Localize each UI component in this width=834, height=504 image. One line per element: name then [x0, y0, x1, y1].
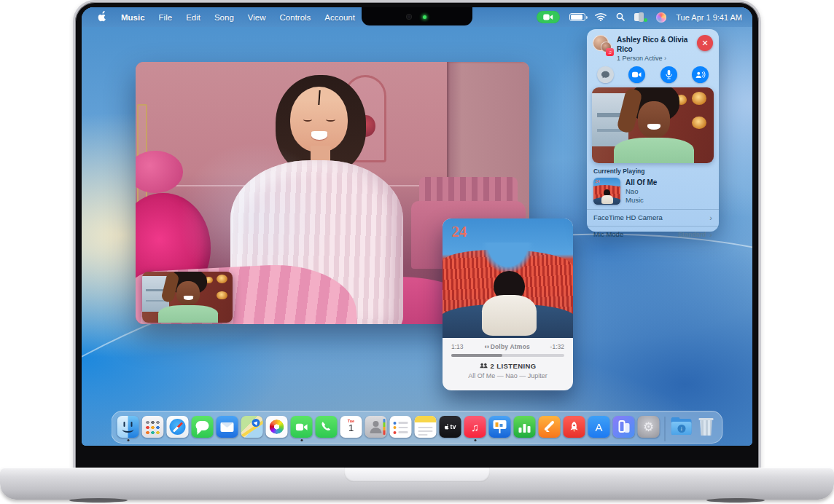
dock-facetime-icon[interactable]: [291, 416, 313, 438]
listening-count: 2 LISTENING: [451, 362, 564, 370]
dock-music-icon[interactable]: ♫: [464, 416, 486, 438]
end-call-button[interactable]: ✕: [697, 35, 713, 51]
menu-item-view[interactable]: View: [248, 13, 266, 22]
session-subtitle[interactable]: 1 Person Active ›: [617, 55, 692, 62]
video-camera-icon: [632, 71, 642, 78]
dock-launchpad-icon[interactable]: [142, 416, 164, 438]
lid-groove: [344, 468, 490, 482]
song-app: Music: [626, 196, 657, 205]
screen-sharing-icon[interactable]: [634, 12, 647, 22]
currently-playing-text: All Of Me Nao Music: [626, 178, 657, 205]
shareplay-button[interactable]: [692, 66, 709, 83]
menu-item-account[interactable]: Account: [324, 13, 355, 22]
music-badge-icon: ♫: [606, 48, 614, 56]
dock-maps-icon[interactable]: [241, 416, 263, 438]
participant-video-tile[interactable]: [592, 87, 714, 163]
dock-mail-icon[interactable]: [217, 416, 238, 438]
rubber-foot: [69, 498, 128, 503]
wifi-icon[interactable]: [595, 12, 607, 23]
dock-iphone-mirroring-icon[interactable]: [613, 416, 635, 438]
laptop-base: [0, 468, 834, 500]
menu-item-app[interactable]: Music: [121, 13, 145, 22]
spotlight-search-icon[interactable]: [616, 12, 625, 23]
dock-keynote-icon[interactable]: [489, 416, 511, 438]
facetime-session-widget[interactable]: ♫ Ashley Rico & Olivia Rico 1 Person Act…: [587, 29, 719, 232]
video-toggle-button[interactable]: [628, 66, 645, 83]
camera-indicator-led: [423, 15, 426, 19]
dock-calendar-icon[interactable]: Tue1: [340, 416, 362, 438]
elapsed-time: 1:13: [451, 343, 464, 350]
thumb-monogram: 24: [596, 179, 600, 184]
tile-man-smile: [647, 124, 660, 130]
dock-pages-icon[interactable]: [539, 416, 561, 438]
pip-man-smile: [184, 296, 193, 299]
dock-contacts-icon[interactable]: [365, 416, 387, 438]
tile-light-bulb: [692, 92, 706, 105]
camera-row-label: FaceTime HD Camera: [593, 213, 663, 221]
dock-trash-icon[interactable]: [695, 416, 717, 438]
dock-system-settings-icon[interactable]: ⚙: [638, 416, 660, 438]
thumb-artist-suit: [601, 195, 613, 205]
album-art-thumb: 24: [593, 178, 620, 205]
menu-bar-status: Tue Apr 1 9:41 AM: [537, 11, 742, 23]
dock-safari-icon[interactable]: [167, 416, 189, 438]
tile-light-bulb: [692, 117, 706, 130]
dock-phone-icon[interactable]: [316, 416, 338, 438]
dock-divider: [665, 417, 666, 441]
rubber-foot: [706, 498, 765, 503]
dock-games-icon[interactable]: [564, 416, 585, 438]
gear-glyph: ⚙: [643, 420, 654, 435]
menu-bar-clock[interactable]: Tue Apr 1 9:41 AM: [676, 13, 742, 22]
messages-button[interactable]: [597, 66, 614, 83]
mic-mode-row[interactable]: Mic Mode Standard›: [587, 227, 719, 243]
menu-item-song[interactable]: Song: [214, 13, 234, 22]
progress-fill: [451, 354, 502, 357]
song-title: All Of Me: [626, 178, 657, 187]
pip-light-bulb: [217, 291, 227, 300]
self-view-pip[interactable]: [142, 272, 233, 323]
dock-downloads-folder-icon[interactable]: ↓: [671, 416, 693, 438]
mic-mode-value: Standard: [678, 230, 706, 238]
participant-video-art: [592, 87, 714, 163]
shareplay-player-card[interactable]: 24 1:13 ◖◗ Dolby Atmos -1:32 2 LISTENING…: [443, 218, 573, 390]
album-art: 24: [443, 218, 573, 338]
dock-messages-icon[interactable]: [192, 416, 214, 438]
chevron-right-icon: ›: [709, 230, 712, 239]
album-artist-suit: [482, 295, 537, 336]
running-indicator: [300, 439, 303, 441]
menu-item-file[interactable]: File: [159, 13, 173, 22]
close-icon: ✕: [701, 39, 708, 48]
tile-man-shirt: [614, 138, 694, 163]
battery-icon[interactable]: [569, 13, 585, 21]
dock: Tue1 tv ♫ A ⚙ ↓: [112, 411, 723, 444]
shareplay-icon: [695, 71, 706, 79]
mic-toggle-button[interactable]: [660, 66, 677, 83]
apple-menu-icon[interactable]: [98, 11, 107, 23]
tile-man-face: [638, 101, 669, 138]
chevron-right-icon: ›: [664, 55, 666, 62]
currently-playing-art: 24: [593, 178, 620, 205]
dock-photos-icon[interactable]: [266, 416, 288, 438]
dock-numbers-icon[interactable]: [514, 416, 536, 438]
session-names: Ashley Rico & Olivia Rico 1 Person Activ…: [617, 35, 692, 62]
dock-notes-icon[interactable]: [415, 416, 437, 438]
caller-eye: [326, 117, 335, 122]
pip-man-face: [176, 281, 200, 306]
song-artist: Nao: [626, 187, 657, 196]
camera-select-row[interactable]: FaceTime HD Camera ›: [587, 210, 719, 226]
download-arrow-glyph: ↓: [677, 425, 685, 433]
dock-appstore-icon[interactable]: A: [588, 416, 610, 438]
laptop-bezel: Music File Edit Song View Controls Accou…: [73, 0, 761, 472]
dock-tv-icon[interactable]: tv: [440, 416, 461, 438]
siri-icon[interactable]: [656, 12, 666, 23]
session-header: ♫ Ashley Rico & Olivia Rico 1 Person Act…: [587, 29, 719, 65]
facetime-active-indicator[interactable]: [537, 11, 560, 23]
album-monogram: 24: [452, 224, 467, 240]
menu-item-controls[interactable]: Controls: [280, 13, 311, 22]
caller-eye: [303, 117, 313, 122]
album-sky: [482, 243, 534, 274]
menu-item-edit[interactable]: Edit: [186, 13, 200, 22]
dock-reminders-icon[interactable]: [390, 416, 412, 438]
progress-bar[interactable]: [451, 354, 564, 357]
dock-finder-icon[interactable]: [117, 416, 139, 438]
